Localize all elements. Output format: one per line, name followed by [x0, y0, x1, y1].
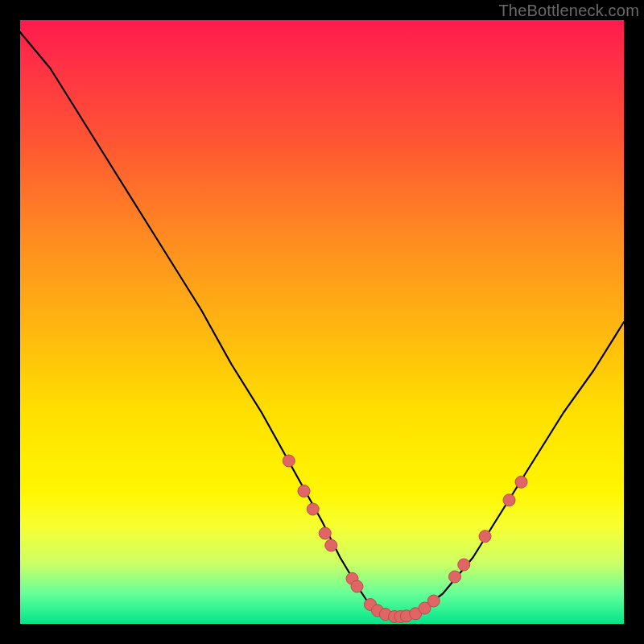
- highlight-dot: [449, 571, 461, 583]
- highlight-dot: [307, 503, 319, 515]
- curve-svg: [20, 20, 624, 624]
- highlight-dot: [319, 527, 331, 539]
- highlight-dot: [503, 494, 515, 506]
- highlight-dot: [298, 485, 310, 497]
- highlight-dot: [325, 539, 337, 551]
- highlight-dot: [515, 476, 527, 488]
- highlight-dot: [283, 455, 295, 467]
- highlight-dot: [479, 530, 491, 543]
- plot-area: [20, 20, 624, 624]
- highlight-dot: [427, 595, 440, 607]
- highlight-dot: [351, 580, 363, 592]
- highlight-dots: [283, 455, 527, 623]
- attribution-label: TheBottleneck.com: [498, 2, 639, 20]
- highlight-dot: [458, 559, 470, 571]
- chart-stage: TheBottleneck.com: [0, 0, 644, 644]
